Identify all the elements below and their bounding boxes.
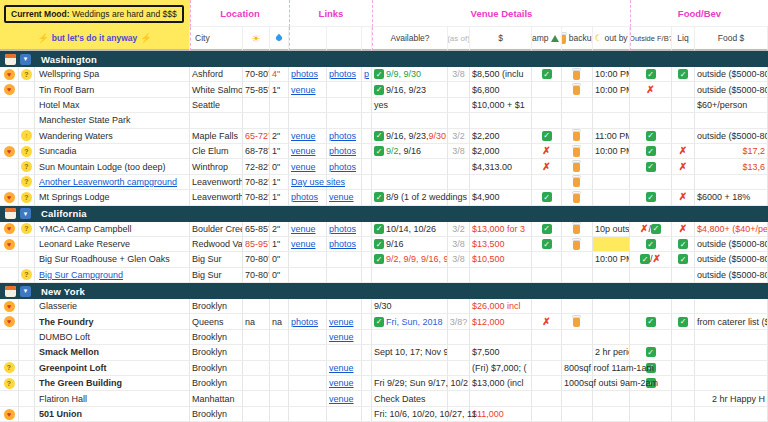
out-by-cell[interactable] xyxy=(593,391,630,406)
temp-cell[interactable] xyxy=(243,391,270,406)
venue-name-cell[interactable]: DUMBO Loft xyxy=(35,330,190,345)
venue-name-cell[interactable]: Wandering Waters xyxy=(35,129,190,144)
link-cell[interactable] xyxy=(327,98,362,113)
link-cell[interactable] xyxy=(362,222,372,237)
backup-cell[interactable] xyxy=(562,330,593,345)
as-of-cell[interactable]: 3/8 xyxy=(448,144,470,159)
price-cell[interactable]: $13,500 xyxy=(470,237,532,252)
link-cell[interactable] xyxy=(362,144,372,159)
temp-cell[interactable] xyxy=(243,299,270,314)
rain-cell[interactable] xyxy=(270,391,289,406)
fav2-cell[interactable]: ? xyxy=(19,175,35,190)
food-cell[interactable]: $17,2 xyxy=(695,144,768,159)
city-cell[interactable]: Leavenworth xyxy=(190,190,243,205)
backup-cell[interactable] xyxy=(562,98,593,113)
link-cell[interactable] xyxy=(327,252,362,267)
link-cell[interactable] xyxy=(289,376,327,391)
price-cell[interactable]: $7,500 xyxy=(470,345,532,360)
out-by-cell[interactable]: 10p outsid xyxy=(593,222,630,237)
fav-cell[interactable] xyxy=(0,175,19,190)
link-cell[interactable] xyxy=(362,407,372,422)
backup-cell[interactable] xyxy=(562,314,593,329)
city-cell[interactable]: Queens xyxy=(190,314,243,329)
out-by-cell[interactable]: 10:00 PM xyxy=(593,82,630,97)
price-cell[interactable]: $26,000 incl xyxy=(470,299,532,314)
as-of-cell[interactable] xyxy=(448,330,470,345)
rain-cell[interactable]: na xyxy=(270,314,289,329)
backup-cell[interactable] xyxy=(562,159,593,174)
link-cell[interactable] xyxy=(362,330,372,345)
fav2-cell[interactable] xyxy=(19,82,35,97)
out-by-cell[interactable] xyxy=(593,159,630,174)
outside-fb-cell[interactable]: ✓ xyxy=(630,190,672,205)
rain-cell[interactable]: 4" xyxy=(270,67,289,82)
link-cell[interactable]: venue xyxy=(327,376,362,391)
temp-cell[interactable] xyxy=(243,407,270,422)
link[interactable]: venue xyxy=(291,85,316,95)
liquor-cell[interactable]: ✗ xyxy=(672,159,695,174)
rain-cell[interactable] xyxy=(270,299,289,314)
as-of-cell[interactable] xyxy=(448,82,470,97)
link[interactable]: p xyxy=(364,69,369,79)
fav2-cell[interactable]: ↑ xyxy=(19,129,35,144)
available-cell[interactable]: 9/30 xyxy=(372,299,448,314)
fav2-cell[interactable] xyxy=(19,330,35,345)
link-cell[interactable]: p xyxy=(362,67,372,82)
venue-name-cell[interactable]: Big Sur Roadhouse + Glen Oaks xyxy=(35,252,190,267)
link-cell[interactable] xyxy=(362,376,372,391)
backup-cell[interactable] xyxy=(562,391,593,406)
link-cell[interactable] xyxy=(327,299,362,314)
link-cell[interactable]: Day use sites xyxy=(289,175,327,190)
as-of-cell[interactable] xyxy=(448,361,470,376)
venue-name-cell[interactable]: Suncadia xyxy=(35,144,190,159)
city-cell[interactable]: Ashford xyxy=(190,67,243,82)
camp-cell[interactable] xyxy=(532,82,562,97)
rain-cell[interactable] xyxy=(270,361,289,376)
rain-cell[interactable] xyxy=(270,330,289,345)
price-cell[interactable]: $4,900 xyxy=(470,190,532,205)
liquor-cell[interactable]: ✗ xyxy=(672,222,695,237)
link-cell[interactable]: venue xyxy=(289,82,327,97)
outside-fb-cell[interactable] xyxy=(630,391,672,406)
link-cell[interactable]: photos xyxy=(289,190,327,205)
link-cell[interactable]: venue xyxy=(327,330,362,345)
food-cell[interactable] xyxy=(695,330,768,345)
price-cell[interactable]: (Fri) $7,000; ( xyxy=(470,361,532,376)
available-cell[interactable]: Check Dates xyxy=(372,391,448,406)
link-cell[interactable] xyxy=(289,345,327,360)
city-cell[interactable]: Brooklyn xyxy=(190,376,243,391)
link[interactable]: Day use sites xyxy=(291,177,345,187)
link-cell[interactable] xyxy=(362,268,372,283)
camp-cell[interactable] xyxy=(532,376,562,391)
col-header-link-1[interactable] xyxy=(289,27,327,51)
food-cell[interactable] xyxy=(695,407,768,422)
city-cell[interactable]: Seattle xyxy=(190,98,243,113)
city-cell[interactable]: Brooklyn xyxy=(190,407,243,422)
fav2-cell[interactable] xyxy=(19,345,35,360)
rain-cell[interactable] xyxy=(270,345,289,360)
rain-cell[interactable]: 1" xyxy=(270,175,289,190)
outside-fb-cell[interactable] xyxy=(630,113,672,128)
link[interactable]: venue xyxy=(329,363,354,373)
backup-cell[interactable] xyxy=(562,299,593,314)
available-cell[interactable]: ✓9/16, 9/23, 9/30 xyxy=(372,129,448,144)
link[interactable]: venue xyxy=(291,224,316,234)
venue-name-cell[interactable]: Hotel Max xyxy=(35,98,190,113)
temp-cell[interactable]: 75-85° xyxy=(243,82,270,97)
as-of-cell[interactable] xyxy=(448,299,470,314)
venue-name-cell[interactable]: Sun Mountain Lodge (too deep) xyxy=(35,159,190,174)
temp-cell[interactable] xyxy=(243,113,270,128)
liquor-cell[interactable]: ✓ xyxy=(672,237,695,252)
camp-cell[interactable] xyxy=(532,252,562,267)
link[interactable]: photos xyxy=(291,317,318,327)
camp-cell[interactable]: ✓ xyxy=(532,190,562,205)
price-cell[interactable] xyxy=(470,113,532,128)
backup-cell[interactable] xyxy=(562,252,593,267)
available-cell[interactable]: ✓9/16 xyxy=(372,237,448,252)
food-cell[interactable]: outside ($5000-8000 xyxy=(695,252,768,267)
out-by-cell[interactable]: 11:00 PM xyxy=(593,129,630,144)
fav2-cell[interactable] xyxy=(19,361,35,376)
fav-cell[interactable]: ♥ xyxy=(0,67,19,82)
col-header-liq[interactable]: Liq xyxy=(672,27,695,51)
venue-name-cell[interactable]: Leonard Lake Reserve xyxy=(35,237,190,252)
